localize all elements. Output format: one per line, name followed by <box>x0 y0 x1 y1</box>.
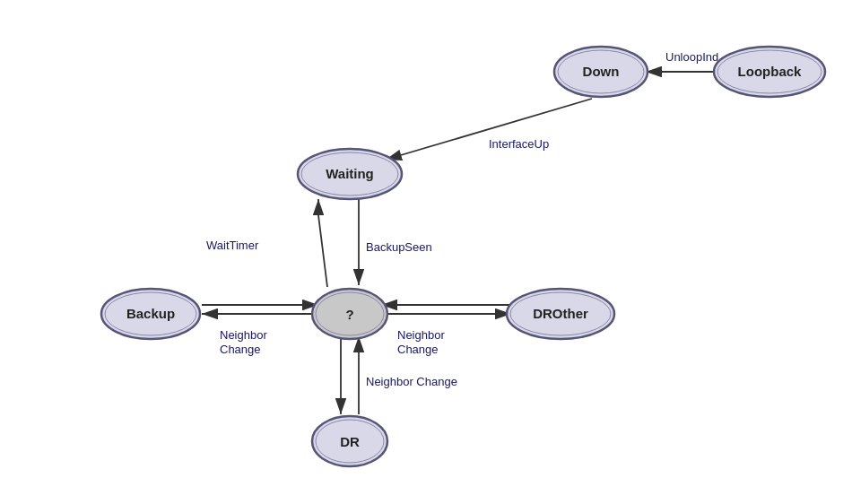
svg-text:Change: Change <box>220 343 261 356</box>
svg-text:Change: Change <box>397 343 439 356</box>
diagram-container: UnloopInd InterfaceUp BackupSeen WaitTim… <box>0 0 852 504</box>
label-neighbor-change-backup: Neighbor <box>220 328 267 342</box>
label-unloopind: UnloopInd <box>665 50 718 64</box>
label-waittimer: WaitTimer <box>206 239 259 252</box>
label-neighbor-change-dr: Neighbor Change <box>366 375 457 388</box>
label-waiting: Waiting <box>326 166 374 181</box>
label-loopback: Loopback <box>738 64 802 79</box>
label-interfaceup: InterfaceUp <box>489 137 549 151</box>
label-dr: DR <box>340 434 360 449</box>
label-backup: Backup <box>126 306 175 321</box>
label-down: Down <box>583 64 620 79</box>
label-drother: DROther <box>533 306 588 321</box>
label-neighbor-change-drother: Neighbor <box>397 328 445 342</box>
arrow-waittimer <box>318 199 327 287</box>
label-backupseen: BackupSeen <box>366 240 432 254</box>
state-machine-svg: UnloopInd InterfaceUp BackupSeen WaitTim… <box>0 0 852 504</box>
label-question: ? <box>345 307 353 322</box>
